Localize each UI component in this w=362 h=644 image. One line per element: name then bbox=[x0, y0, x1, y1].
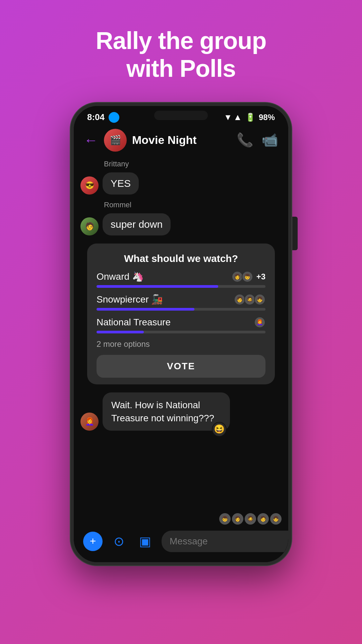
phone-wrapper: 8:04 ▾ ▲ 🔋 98% ← 🎬 Movie Night 📞 📹 bbox=[70, 103, 292, 566]
image-button[interactable]: ▣ bbox=[135, 532, 155, 551]
video-call-button[interactable]: 📹 bbox=[261, 132, 278, 148]
poll-option-2-label: Snowpiercer 🚂 bbox=[97, 294, 163, 305]
reaction-badge: 😆 bbox=[212, 422, 227, 437]
poll-option-1-votes: 👩 👦 +3 bbox=[232, 271, 265, 282]
read-receipt-4: 🧑 bbox=[257, 513, 269, 525]
bottom-message-row: 👩‍🦰 Wait. How is National Treasure not w… bbox=[80, 392, 282, 431]
poll-bar-2-bg bbox=[97, 308, 265, 311]
read-receipt-3: 🧔 bbox=[245, 513, 256, 525]
vote-avatar-1b: 👦 bbox=[242, 271, 253, 282]
avatar-brittany: 😎 bbox=[80, 176, 99, 195]
camera-button[interactable]: ⊙ bbox=[109, 532, 129, 551]
vote-button[interactable]: VOTE bbox=[97, 355, 265, 378]
poll-title: What should we watch? bbox=[97, 253, 265, 264]
poll-bar-1-fill bbox=[97, 285, 218, 288]
poll-option-1-label: Onward 🦄 bbox=[97, 271, 144, 282]
back-button[interactable]: ← bbox=[84, 132, 98, 148]
vote-avatar-2c: 👧 bbox=[254, 294, 265, 305]
poll-card: What should we watch? Onward 🦄 👩 👦 +3 bbox=[87, 244, 275, 384]
vote-avatar-3a: 👩‍🦰 bbox=[254, 317, 265, 328]
poll-bar-3-fill bbox=[97, 331, 144, 333]
signal-icon: ▲ bbox=[233, 112, 242, 122]
chat-title: Movie Night bbox=[132, 133, 237, 147]
poll-bar-2-fill bbox=[97, 308, 194, 311]
add-icon: + bbox=[90, 535, 96, 547]
poll-bar-1-bg bbox=[97, 285, 265, 288]
message-row-rommel: 🧑 super down bbox=[80, 213, 282, 235]
battery-percentage: 98% bbox=[259, 113, 275, 122]
add-button[interactable]: + bbox=[83, 532, 103, 551]
page-header: Rally the group with Polls bbox=[82, 0, 280, 96]
poll-option-1[interactable]: Onward 🦄 👩 👦 +3 bbox=[97, 271, 265, 288]
poll-option-3[interactable]: National Treasure 👩‍🦰 bbox=[97, 317, 265, 333]
poll-more-options: 2 more options bbox=[97, 339, 265, 349]
nav-actions: 📞 📹 bbox=[237, 132, 278, 148]
phone-shell: 8:04 ▾ ▲ 🔋 98% ← 🎬 Movie Night 📞 📹 bbox=[70, 103, 292, 566]
message-row-brittany: 😎 YES bbox=[80, 172, 282, 195]
phone-notch bbox=[154, 111, 208, 120]
battery-icon: 🔋 bbox=[245, 113, 255, 122]
status-right: ▾ ▲ 🔋 98% bbox=[226, 112, 275, 122]
poll-option-1-extra-votes: +3 bbox=[256, 272, 265, 281]
bottom-toolbar: + ⊙ ▣ 🎙 👍 bbox=[74, 526, 288, 562]
message-bubble-brittany: YES bbox=[103, 172, 139, 195]
avatar-rommel: 🧑 bbox=[80, 217, 99, 235]
messenger-notification-icon bbox=[109, 112, 119, 123]
wifi-icon: ▾ bbox=[226, 112, 230, 122]
avatar-bottom-sender: 👩‍🦰 bbox=[80, 413, 99, 431]
poll-option-2[interactable]: Snowpiercer 🚂 🧑 🧔 👧 bbox=[97, 294, 265, 311]
chat-area: Brittany 😎 YES Rommel 🧑 super down What … bbox=[74, 156, 288, 511]
bottom-message-bubble: Wait. How is National Treasure not winni… bbox=[103, 392, 230, 431]
vote-avatar-1a: 👩 bbox=[232, 271, 243, 282]
read-receipt-2: 👩 bbox=[232, 513, 243, 525]
poll-option-3-label: National Treasure bbox=[97, 317, 171, 328]
page-title: Rally the group bbox=[96, 27, 266, 55]
screen: 8:04 ▾ ▲ 🔋 98% ← 🎬 Movie Night 📞 📹 bbox=[74, 106, 288, 562]
status-time: 8:04 bbox=[87, 112, 105, 122]
phone-side-button bbox=[292, 217, 298, 250]
message-bubble-rommel: super down bbox=[103, 213, 171, 235]
vote-avatar-2a: 🧑 bbox=[234, 294, 245, 305]
status-left: 8:04 bbox=[87, 112, 119, 123]
page-subtitle: with Polls bbox=[96, 55, 266, 83]
poll-option-3-votes: 👩‍🦰 bbox=[254, 317, 265, 328]
msg-sender-brittany: Brittany bbox=[104, 160, 282, 168]
read-receipt-5: 👧 bbox=[270, 513, 282, 525]
poll-bar-3-bg bbox=[97, 331, 265, 333]
read-receipts-row: 👦 👩 🧔 🧑 👧 bbox=[74, 511, 288, 526]
call-button[interactable]: 📞 bbox=[237, 132, 253, 148]
group-avatar: 🎬 bbox=[104, 129, 127, 152]
vote-avatar-2b: 🧔 bbox=[244, 294, 255, 305]
poll-option-2-votes: 🧑 🧔 👧 bbox=[234, 294, 265, 305]
nav-bar: ← 🎬 Movie Night 📞 📹 bbox=[74, 125, 288, 156]
camera-icon: ⊙ bbox=[114, 534, 124, 549]
read-receipt-1: 👦 bbox=[219, 513, 231, 525]
message-input[interactable] bbox=[162, 531, 288, 552]
image-icon: ▣ bbox=[139, 534, 151, 549]
msg-sender-rommel: Rommel bbox=[104, 201, 282, 209]
